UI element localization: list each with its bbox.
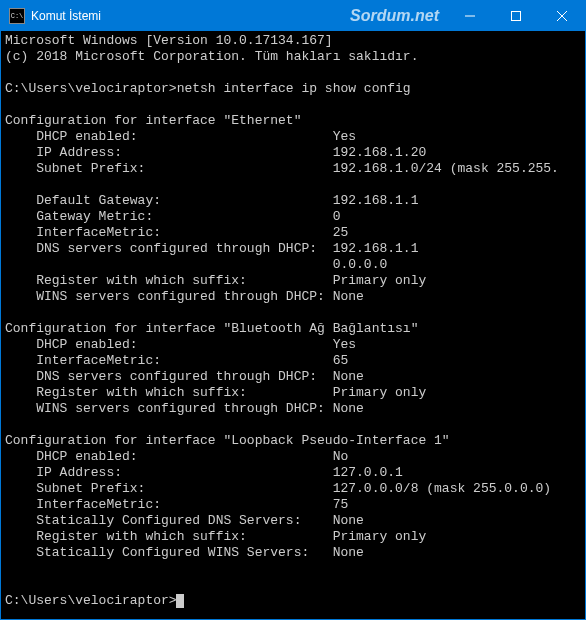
- cursor: [176, 594, 184, 608]
- prompt-line: C:\Users\velociraptor>: [5, 593, 177, 608]
- command-prompt-window: C:\ Komut İstemi Sordum.net Microsoft Wi…: [0, 0, 586, 620]
- svg-rect-0: [512, 12, 521, 21]
- minimize-button[interactable]: [447, 1, 493, 31]
- minimize-icon: [465, 11, 475, 21]
- watermark-text: Sordum.net: [350, 7, 439, 25]
- window-title: Komut İstemi: [31, 9, 350, 23]
- app-icon: C:\: [9, 8, 25, 24]
- maximize-button[interactable]: [493, 1, 539, 31]
- close-button[interactable]: [539, 1, 585, 31]
- terminal-output[interactable]: Microsoft Windows [Version 10.0.17134.16…: [1, 31, 585, 619]
- titlebar[interactable]: C:\ Komut İstemi Sordum.net: [1, 1, 585, 31]
- window-controls: [447, 1, 585, 31]
- close-icon: [557, 11, 567, 21]
- maximize-icon: [511, 11, 521, 21]
